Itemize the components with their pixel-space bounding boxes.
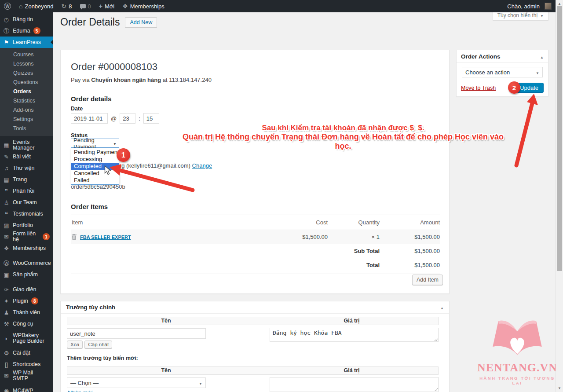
scroll-down-icon[interactable]: ▼ [558,386,561,390]
order-item-link[interactable]: FBA SELLER EXPERT [80,234,131,240]
scrollbar-thumb[interactable] [557,6,562,271]
sidebar-item-wp-mail-smtp[interactable]: ✉WP Mail SMTP [0,370,53,381]
memberships-toolbar-link[interactable]: ❖Memberships [118,0,168,12]
sidebar-item-label: Our Team [13,200,37,205]
change-customer-link[interactable]: Change [192,162,212,169]
customer-ip: 113.184.147.240 [169,77,212,83]
sidebar-subitem-quizzes[interactable]: Quizzes [0,69,53,78]
add-new-button[interactable]: Add New [125,17,157,28]
status-option-processing[interactable]: Processing [71,156,119,163]
sidebar-item-label: WooCommerce [13,260,51,266]
sidebar-subitem-courses[interactable]: Courses [0,50,53,59]
sidebar-item-s-n-ph-m[interactable]: ▣Sản phẩm [0,269,53,280]
avatar [545,3,552,10]
sidebar-item-woocommerce[interactable]: ⓌWooCommerce [0,257,53,269]
updates-link[interactable]: ↻8 [58,0,76,12]
sidebar-item-wpbakery-page-builder[interactable]: ◗WPBakery Page Builder [0,330,53,347]
field-name-input[interactable] [67,328,206,339]
status-option-failed[interactable]: Failed [71,177,119,184]
hour-input[interactable] [120,113,135,124]
sidebar-separator [0,280,53,284]
book-heart-logo [489,317,545,359]
order-details-card: Order #0000008103 Pay via Chuyển khoản n… [60,50,450,294]
sidebar-item-ph-n-h-i[interactable]: ❞Phản hồi [0,185,53,197]
value-column-header: Giá trị [265,367,438,374]
collapse-toggle-icon[interactable] [540,53,544,60]
customer-email: ng (kellyfire611@gmail.com) [118,162,190,169]
sidebar-item-label: Eduma [13,28,30,34]
sidebar-item-label: Bảng tin [13,17,33,22]
site-name-link[interactable]: ⌂Zonbeyond [15,0,58,12]
sidebar-subitem-orders[interactable]: Orders [0,87,53,96]
sidebar-item-plugin[interactable]: ✦Plugin8 [0,295,53,307]
sidebar-item-label: Công cụ [13,321,33,327]
date-fields: @ : [71,113,159,124]
sidebar-item-c-i-t[interactable]: ⚙Cài đặt [0,347,53,359]
minute-input[interactable] [143,113,159,124]
dashboard-icon: ◴ [3,17,10,22]
wordpress-menu[interactable]: W [0,0,15,12]
sidebar-item-th-vi-n[interactable]: ♫Thư viện [0,162,53,174]
sidebar-item-portfolio[interactable]: ▨Portfolio [0,220,53,231]
sidebar-item-label: MC4WP [13,388,33,392]
sidebar-item-learnpress[interactable]: ⚑LearnPress [0,37,53,48]
sidebar-item-th-nh-vi-n[interactable]: ♟Thành viên [0,307,53,318]
greeting-label: Chào, admin [507,3,540,10]
update-field-button[interactable]: Cập nhật [84,341,112,348]
delete-field-button[interactable]: Xóa [67,341,83,348]
sidebar-item-c-ng-c[interactable]: ⚒Công cụ [0,318,53,330]
comments-link[interactable]: 0 [76,0,95,12]
order-items-heading: Order Items [71,203,108,210]
status-select[interactable]: Pending Payment [71,139,119,148]
wpbakery-icon: ◗ [3,336,10,341]
sidebar-subitem-add-ons[interactable]: Add-ons [0,106,53,115]
sidebar-item-trang[interactable]: ▤Trang [0,174,53,185]
scrollbar[interactable]: ▲ ▼ [556,0,563,392]
sidebar-item-b-ng-tin[interactable]: ◴Bảng tin [0,14,53,25]
date-input[interactable] [71,113,108,124]
new-content-link[interactable]: +Mới [95,0,118,12]
sidebar-item-our-team[interactable]: ♙Our Team [0,197,53,208]
order-items-table: Item Cost Quantity Amount FBA SELLER EXP… [71,215,440,274]
scroll-up-icon[interactable]: ▲ [558,2,561,6]
sidebar-item-label: WPBakery Page Builder [13,333,50,344]
sidebar-item-shortcodes[interactable]: []Shortcodes [0,359,53,370]
sidebar-subitem-lessons[interactable]: Lessons [0,59,53,69]
field-name-select[interactable]: — Chọn — [67,377,206,388]
new-field-value-textarea[interactable] [270,377,439,392]
action-select[interactable]: Choose an action [462,67,543,77]
comments-icon [80,4,86,8]
step-2-badge: 2 [508,81,520,94]
sidebar-item-giao-di-n[interactable]: ✑Giao diện [0,284,53,295]
pushpin-icon: ✎ [3,154,10,160]
sidebar-item-testimonials[interactable]: ❝Testimonials [0,208,53,220]
subtotal-label: Sub Total [328,248,380,254]
field-value-textarea[interactable]: Đăng ký học Khóa FBA [270,328,439,342]
status-dropdown-list: Pending Payment Processing Completed Can… [71,148,119,185]
sidebar-item-b-i-vi-t[interactable]: ✎Bài viết [0,151,53,162]
sidebar-subitem-questions[interactable]: Questions [0,78,53,87]
sidebar-item-memberships[interactable]: ❖Memberships [0,242,53,254]
status-option-pending-payment[interactable]: Pending Payment [71,149,119,156]
account-menu[interactable]: Chào, admin [503,0,556,12]
sidebar-subitem-statistics[interactable]: Statistics [0,96,53,106]
collapse-toggle-icon[interactable] [440,304,444,311]
add-item-button[interactable]: Add Item [412,275,443,285]
move-to-trash-link[interactable]: Move to Trash [461,85,496,91]
learnpress-icon: ⚑ [3,40,10,45]
sidebar-item-label: WP Mail SMTP [13,370,50,381]
trash-icon[interactable] [72,234,77,240]
admin-bar: W ⌂Zonbeyond ↻8 0 +Mới ❖Memberships Chào… [0,0,556,12]
site-name-label: Zonbeyond [25,3,53,10]
sidebar-subitem-settings[interactable]: Settings [0,115,53,124]
sidebar-item-events-manager[interactable]: ▦Events Manager [0,139,53,151]
person-icon: ♙ [3,200,10,205]
enter-new-link[interactable]: Nhập mới [68,389,93,392]
eduma-icon: Ⓣ [3,28,10,34]
sidebar-item-label: Form liên hệ [13,231,40,242]
sidebar-subitem-tools[interactable]: Tools [0,124,53,133]
sidebar-item-eduma[interactable]: ⓉEduma5 [0,25,53,37]
sidebar-item-mc4wp[interactable]: ◉MC4WP [0,385,53,392]
sidebar-item-form-li-n-h[interactable]: ✉Form liên hệ1 [0,231,53,242]
payment-method: Chuyển khoản ngân hàng [91,77,161,83]
